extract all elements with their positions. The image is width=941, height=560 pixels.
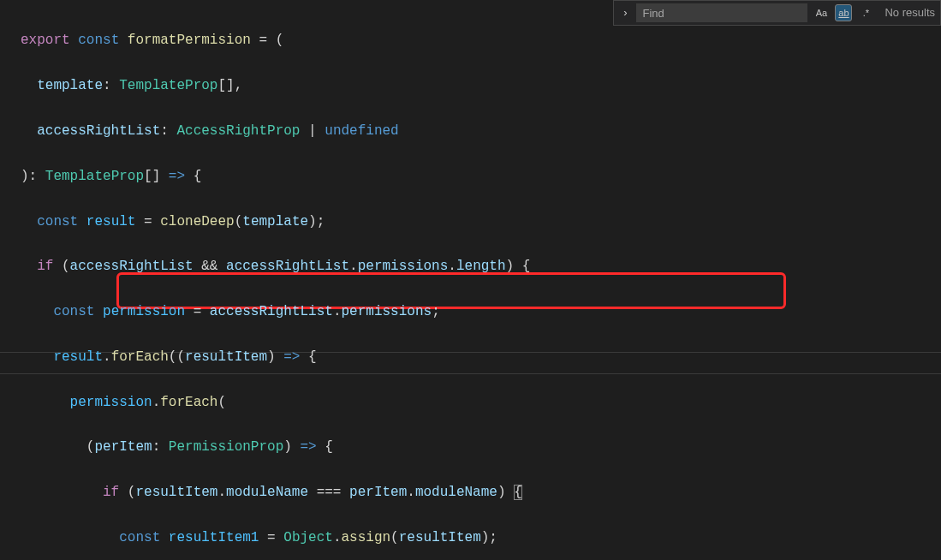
code-line: const result = cloneDeep(template);	[21, 211, 941, 233]
code-line: template: TemplateProp[],	[21, 74, 941, 97]
code-line: permission.forEach(	[21, 391, 941, 414]
code-line: ): TemplateProp[] => {	[21, 165, 941, 188]
code-editor[interactable]: export const formatPermision = ( templat…	[0, 0, 941, 560]
code-line: (perItem: PermissionProp) => {	[21, 436, 941, 458]
code-line: if (accessRightList && accessRightList.p…	[21, 255, 941, 277]
code-line: export const formatPermision = (	[21, 29, 941, 51]
code-line: accessRightList: AccessRightProp | undef…	[21, 120, 941, 142]
code-line: const resultItem1 = Object.assign(result…	[21, 527, 941, 549]
code-line: result.forEach((resultItem) => {	[21, 346, 941, 368]
code-line: const permission = accessRightList.permi…	[21, 301, 941, 323]
code-line: if (resultItem.moduleName === perItem.mo…	[21, 481, 941, 503]
